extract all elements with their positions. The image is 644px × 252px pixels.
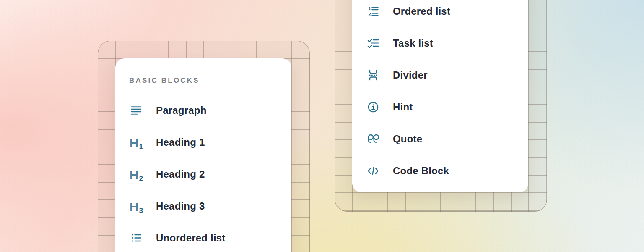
basic-blocks-menu: BASIC BLOCKS Paragraph H1 Heading 1 xyxy=(115,58,291,252)
menu-item-label: Hint xyxy=(393,101,413,113)
paragraph-icon xyxy=(129,103,143,118)
menu-item-heading-1[interactable]: H1 Heading 1 xyxy=(115,126,291,158)
gradient-background: BASIC BLOCKS Paragraph H1 Heading 1 xyxy=(0,0,644,252)
heading-1-icon: H1 xyxy=(129,135,143,150)
menu-item-label: Heading 1 xyxy=(156,136,205,148)
heading-3-icon: H3 xyxy=(129,199,143,213)
svg-text:1: 1 xyxy=(369,6,371,11)
section-label: BASIC BLOCKS xyxy=(129,76,278,85)
menu-item-label: Unordered list xyxy=(156,232,226,244)
blocks-menu-secondary: 1 2 Ordered list xyxy=(352,0,528,192)
blocks-list: 1 2 Ordered list xyxy=(352,0,528,187)
menu-item-label: Paragraph xyxy=(156,105,207,116)
menu-item-code-block[interactable]: Code Block xyxy=(352,155,528,187)
menu-item-divider[interactable]: Divider xyxy=(352,59,528,91)
menu-item-label: Heading 2 xyxy=(156,168,205,180)
menu-item-label: Heading 3 xyxy=(156,200,205,212)
ordered-list-icon: 1 2 xyxy=(366,4,380,18)
menu-item-label: Divider xyxy=(393,69,428,81)
heading-2-icon: H2 xyxy=(129,167,143,181)
menu-item-paragraph[interactable]: Paragraph xyxy=(115,94,291,126)
menu-item-task-list[interactable]: Task list xyxy=(352,27,528,59)
svg-text:2: 2 xyxy=(369,12,371,17)
hint-icon xyxy=(366,100,380,114)
menu-item-hint[interactable]: Hint xyxy=(352,91,528,123)
menu-item-heading-3[interactable]: H3 Heading 3 xyxy=(115,190,291,222)
menu-item-label: Ordered list xyxy=(393,5,450,17)
menu-item-heading-2[interactable]: H2 Heading 2 xyxy=(115,158,291,190)
quote-icon xyxy=(366,132,380,146)
menu-item-label: Task list xyxy=(393,37,433,49)
menu-item-label: Code Block xyxy=(393,165,449,177)
basic-blocks-list: Paragraph H1 Heading 1 H2 Heading 2 H3 H… xyxy=(115,94,291,252)
divider-icon xyxy=(366,68,380,82)
menu-item-quote[interactable]: Quote xyxy=(352,123,528,155)
unordered-list-icon xyxy=(129,231,143,245)
menu-item-label: Quote xyxy=(393,133,422,145)
task-list-icon xyxy=(366,36,380,50)
menu-item-ordered-list[interactable]: 1 2 Ordered list xyxy=(352,0,528,27)
menu-item-unordered-list[interactable]: Unordered list xyxy=(115,222,291,252)
code-block-icon xyxy=(366,164,380,178)
